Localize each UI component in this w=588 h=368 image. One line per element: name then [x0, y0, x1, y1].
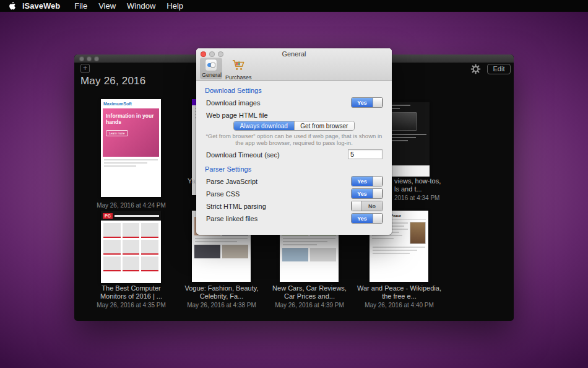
download-images-label: Download images: [206, 99, 260, 107]
download-timeout-input[interactable]: [348, 149, 383, 159]
menu-file[interactable]: File: [69, 1, 93, 11]
thumbnail-product-grid: [101, 221, 161, 274]
parse-css-label: Parse CSS: [206, 190, 240, 198]
toggle-knob: [352, 201, 361, 211]
menu-view[interactable]: View: [93, 1, 121, 11]
minimize-button[interactable]: [87, 56, 92, 61]
saved-page-caption: views, how-tos, ls and t... 2016 at 4:34…: [394, 177, 453, 202]
app-menu-title[interactable]: iSaveWeb: [22, 1, 60, 11]
placeholder-text-lines: [104, 159, 158, 167]
menu-window[interactable]: Window: [121, 1, 161, 11]
menu-help[interactable]: Help: [161, 1, 189, 11]
saved-page-caption: The Best Computer Monitors of 2016 | ...…: [82, 284, 181, 309]
parse-css-toggle[interactable]: Yes: [351, 188, 383, 199]
toggle-knob: [373, 177, 383, 186]
parse-linked-files-toggle[interactable]: Yes: [351, 213, 383, 224]
placeholder-text-lines: [195, 238, 248, 242]
toolbar-tab-general[interactable]: General: [200, 58, 222, 79]
toggle-value: Yes: [352, 189, 373, 198]
gear-icon[interactable]: [470, 64, 481, 74]
edit-button[interactable]: Edit: [487, 64, 511, 74]
desktop: iSaveWeb File View Window Help + Edit Ma…: [0, 0, 588, 368]
toggle-value: Yes: [352, 98, 373, 107]
toggle-value: No: [361, 201, 383, 211]
download-images-toggle[interactable]: Yes: [351, 97, 383, 108]
parser-settings-heading: Parser Settings: [205, 165, 251, 173]
toggle-value: Yes: [352, 177, 373, 186]
parse-javascript-toggle[interactable]: Yes: [351, 176, 383, 186]
toggle-knob: [373, 214, 383, 223]
preferences-dialog: General General Purchases Download Setti…: [196, 48, 392, 235]
saved-page-thumbnail-maximumsoft[interactable]: MaximumSoft Information in your hands Le…: [101, 99, 161, 197]
general-switch-icon: [205, 59, 217, 71]
saved-page-caption: New Cars, Car Reviews, Car Prices and...…: [260, 284, 359, 309]
add-page-button[interactable]: +: [80, 64, 90, 73]
saved-page-caption: War and Peace - Wikipedia, the free e...…: [350, 284, 449, 309]
web-page-html-file-label: Web page HTML file: [206, 112, 268, 119]
placeholder-text-lines: [373, 247, 425, 254]
thumbnail-photos: [194, 245, 248, 258]
download-timeout-label: Download Timeout (sec): [206, 151, 280, 159]
thumbnail-masthead: PC: [101, 211, 161, 221]
html-file-segmented-control: Always download Get from browser: [233, 121, 355, 131]
strict-html-parsing-label: Strict HTML parsing: [206, 203, 266, 210]
shopping-cart-icon: [231, 63, 245, 73]
toggle-knob: [373, 189, 383, 198]
menu-bar: iSaveWeb File View Window Help: [0, 0, 588, 12]
saved-page-thumbnail-pc-monitors[interactable]: PC: [101, 211, 161, 283]
toolbar-tab-purchases[interactable]: Purchases: [223, 58, 253, 82]
saved-page-caption: May 26, 2016 at 4:24 PM: [82, 201, 181, 209]
zoom-button[interactable]: [94, 56, 99, 61]
thumbnail-photos: [282, 248, 336, 261]
maximumsoft-logo: MaximumSoft: [101, 99, 161, 107]
parse-linked-files-label: Parse linked files: [206, 215, 257, 222]
apple-icon[interactable]: [9, 2, 16, 11]
parse-javascript-label: Parse JavaScript: [206, 178, 257, 185]
pc-magazine-badge: PC: [103, 213, 113, 219]
toggle-knob: [373, 98, 383, 107]
help-text: “Get from browser” option can be used if…: [202, 133, 386, 146]
dialog-title: General: [196, 50, 392, 58]
date-group-header: May 26, 2016: [80, 75, 145, 87]
toggle-value: Yes: [352, 214, 373, 223]
close-button[interactable]: [79, 56, 84, 61]
wikipedia-infobox-image: [410, 222, 426, 244]
download-settings-heading: Download Settings: [205, 87, 262, 94]
strict-html-parsing-toggle[interactable]: No: [351, 201, 383, 211]
thumbnail-learn-more-button: Learn more: [106, 130, 128, 136]
saved-page-caption: Vogue: Fashion, Beauty, Celebrity, Fa...…: [172, 284, 271, 309]
thumbnail-hero-image: Information in your hands Learn more: [103, 108, 159, 157]
segment-always-download[interactable]: Always download: [234, 121, 294, 130]
placeholder-text-lines: [283, 238, 335, 245]
segment-get-from-browser[interactable]: Get from browser: [294, 121, 355, 130]
